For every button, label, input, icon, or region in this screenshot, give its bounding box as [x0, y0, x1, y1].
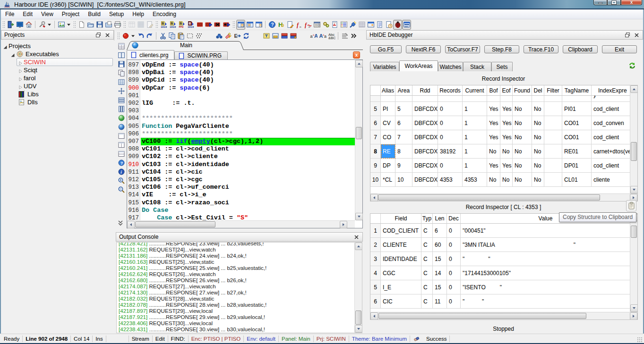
- debugger-float-icon[interactable]: [624, 32, 631, 38]
- console-scroll-down-icon[interactable]: [355, 325, 362, 333]
- console-vscrollbar[interactable]: [354, 243, 362, 333]
- code-line[interactable]: vC106 := cl->uf_comerci: [141, 184, 355, 191]
- open-file-icon[interactable]: [104, 20, 113, 30]
- table-cell[interactable]: No: [532, 130, 544, 144]
- tree-item-executables[interactable]: Executables: [1, 50, 114, 58]
- table-cell[interactable]: No: [513, 102, 532, 116]
- line-number[interactable]: 916: [127, 207, 139, 214]
- table-cell[interactable]: "ISENTO ": [461, 280, 631, 294]
- paste-icon[interactable]: [176, 31, 185, 41]
- table-cell[interactable]: 0: [438, 130, 463, 144]
- dropdown-caret-icon[interactable]: [130, 31, 136, 41]
- table-cell[interactable]: CLIENTE: [381, 238, 421, 252]
- build-run-icon[interactable]: [204, 20, 213, 30]
- tab-clientes.prg[interactable]: clientes.prg: [127, 50, 174, 59]
- table-cell[interactable]: Yes: [500, 130, 513, 144]
- table-cell[interactable]: Yes: [487, 102, 500, 116]
- copy-structure-button[interactable]: [626, 200, 636, 211]
- table-cell[interactable]: 0: [447, 280, 461, 294]
- sphere-blue-icon[interactable]: [117, 122, 126, 131]
- code-line[interactable]: vC103 := cl->identidade: [141, 161, 355, 168]
- table-cell[interactable]: No: [513, 144, 532, 159]
- table-hscrollbar[interactable]: [370, 193, 637, 201]
- debugger-tab-workareas[interactable]: WorkAreas: [399, 60, 438, 71]
- save-icon[interactable]: [95, 20, 104, 30]
- zoom-in-icon[interactable]: [117, 176, 126, 185]
- table-cell[interactable]: 1: [370, 224, 381, 238]
- table-cell[interactable]: [438, 96, 463, 102]
- scroll-left-icon[interactable]: [127, 221, 135, 228]
- mark-gold-icon[interactable]: [262, 31, 271, 41]
- column-header-Del[interactable]: Del: [532, 85, 544, 96]
- table-cell[interactable]: "3MN ITALIA ": [461, 238, 631, 252]
- line-number[interactable]: 905: [127, 123, 139, 130]
- table-cell[interactable]: C: [421, 280, 433, 294]
- code-line[interactable]: [141, 107, 355, 115]
- table-cell[interactable]: 1: [463, 130, 487, 144]
- code-line[interactable]: vC102 := cl->cliente: [141, 153, 355, 160]
- code-line[interactable]: vIE := cl->i_e: [141, 191, 355, 199]
- table-cell[interactable]: [370, 96, 381, 102]
- case-Aa-icon[interactable]: A+a: [318, 31, 327, 41]
- list-color-icon[interactable]: [339, 20, 348, 30]
- table-cell[interactable]: 0: [438, 116, 463, 130]
- chevron-more-icon[interactable]: [349, 31, 358, 41]
- table-cell[interactable]: "17144153000105": [461, 266, 631, 280]
- menu-file[interactable]: File: [1, 10, 18, 18]
- column-header-Eof[interactable]: Eof: [500, 85, 513, 96]
- table-cell[interactable]: Yes: [487, 130, 500, 144]
- code-line[interactable]: [141, 92, 355, 100]
- table-cell[interactable]: C: [421, 294, 433, 309]
- cols-v-icon[interactable]: [117, 104, 126, 113]
- debugger-button-clipboard[interactable]: Clipboard: [563, 45, 598, 53]
- line-number[interactable]: 904: [127, 115, 139, 122]
- case-aA-icon[interactable]: a+A: [309, 31, 318, 41]
- open-folder-icon[interactable]: [86, 20, 95, 30]
- chevron-double-down-icon[interactable]: [117, 220, 125, 227]
- table-cell[interactable]: No: [513, 159, 532, 173]
- table-cell[interactable]: No: [487, 144, 500, 159]
- help-icon[interactable]: ?: [267, 20, 276, 30]
- table-blue-icon[interactable]: [117, 77, 126, 86]
- code-line[interactable]: Case cl->Est_Civil = "S": [141, 214, 355, 220]
- new-file-icon[interactable]: [77, 20, 86, 30]
- copy-pages-icon[interactable]: [117, 68, 126, 77]
- column-header-Dec[interactable]: Dec: [447, 214, 461, 224]
- scroll-up-icon[interactable]: [630, 85, 638, 93]
- column-header-Bof[interactable]: Bof: [487, 85, 500, 96]
- table-cell[interactable]: 6: [370, 294, 381, 309]
- column-header-Alias[interactable]: Alias: [381, 85, 395, 96]
- table-cell[interactable]: No: [500, 173, 513, 187]
- table-cell[interactable]: Yes: [487, 159, 500, 173]
- table-cell[interactable]: 8: [395, 144, 412, 159]
- table-cell[interactable]: CV: [381, 116, 395, 130]
- menu-view[interactable]: View: [37, 10, 58, 18]
- table-cell[interactable]: 0: [447, 294, 461, 309]
- select-rect-icon[interactable]: [185, 31, 194, 41]
- table-cell[interactable]: [532, 96, 544, 102]
- table-cell[interactable]: 0: [447, 252, 461, 266]
- record-inspector-table[interactable]: FieldTypLenDecValue1COD_CLIENTC60"000451…: [370, 213, 638, 320]
- line-number[interactable]: 902: [127, 100, 139, 107]
- table-cell[interactable]: 6: [370, 116, 381, 130]
- table-cell[interactable]: No: [513, 116, 532, 130]
- table-cell[interactable]: 7: [370, 130, 381, 144]
- table-cell[interactable]: 0: [438, 159, 463, 173]
- menu-build[interactable]: Build: [84, 10, 105, 18]
- code-line[interactable]: vC104 := cl->cic: [141, 168, 355, 176]
- line-number[interactable]: 900: [127, 84, 139, 92]
- tree-item-udv[interactable]: UDV: [1, 82, 114, 90]
- scrollbar-thumb[interactable]: [631, 226, 637, 238]
- table-cell[interactable]: 5: [370, 102, 381, 116]
- table-cell[interactable]: DBFCDX: [412, 116, 438, 130]
- compile-ppo-icon[interactable]: BPPO: [177, 20, 186, 30]
- debug-current-line[interactable]: vC100 := iif(empty(cl->cgc),1,2): [141, 138, 355, 145]
- table-cell[interactable]: No: [532, 159, 544, 173]
- scroll-down-icon[interactable]: [630, 304, 638, 312]
- tree-item-sciwin[interactable]: SCIWIN: [1, 58, 114, 66]
- line-number[interactable]: 911: [127, 168, 139, 176]
- line-number[interactable]: 906: [127, 130, 139, 138]
- refresh-green-icon[interactable]: [628, 61, 636, 70]
- panel-right-icon[interactable]: [254, 20, 263, 30]
- table-cell[interactable]: 1: [463, 116, 487, 130]
